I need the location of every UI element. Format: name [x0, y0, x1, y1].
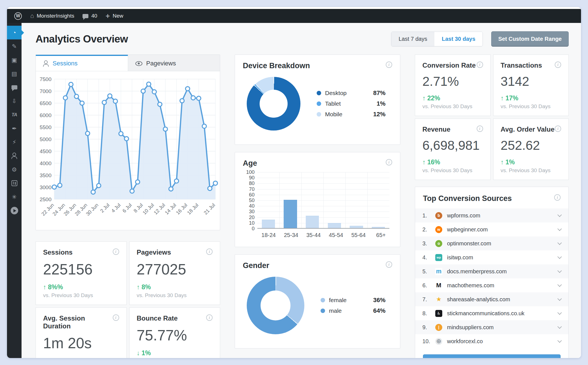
- stat-delta-value: 1%: [505, 158, 515, 166]
- age-column-35-44: [301, 172, 323, 228]
- source-row-machothemes.com[interactable]: 6.Mmachothemes.com: [415, 278, 568, 292]
- age-tick-label: 30: [249, 209, 255, 215]
- chevron-down-icon[interactable]: [558, 212, 562, 217]
- page-header: Analytics Overview Last 7 daysLast 30 da…: [36, 31, 569, 47]
- source-row-wpforms.com[interactable]: 1.bwpforms.com: [415, 208, 568, 222]
- stat-delta: ↑22%: [422, 94, 483, 102]
- wordpress-logo-icon[interactable]: W: [14, 12, 22, 20]
- source-row-docs.memberpress.com[interactable]: 5.mdocs.memberpress.com: [415, 264, 568, 278]
- chevron-down-icon[interactable]: [558, 324, 562, 329]
- sidebar-item-plugins[interactable]: ⚡: [7, 135, 22, 149]
- age-category-label: 65+: [370, 232, 392, 238]
- svg-text:3500: 3500: [40, 172, 51, 178]
- sidebar-item-dashboard[interactable]: ◔: [7, 26, 22, 39]
- source-row-wpbeginner.com[interactable]: 2.wwpbeginner.com: [415, 222, 568, 236]
- age-column-65+: [367, 172, 389, 228]
- source-row-optinmonster.com[interactable]: 3.ooptinmonster.com: [415, 236, 568, 250]
- source-row-isitwp.com[interactable]: 4.wpisitwp.com: [415, 250, 568, 264]
- svg-text:14 Jul: 14 Jul: [164, 202, 177, 216]
- chevron-down-icon[interactable]: [558, 226, 562, 231]
- chevron-down-icon[interactable]: [558, 310, 562, 315]
- stat-delta: ↑17%: [501, 94, 561, 102]
- new-content-menu[interactable]: + New: [106, 12, 123, 20]
- svg-text:7000: 7000: [40, 88, 51, 94]
- tab-sessions[interactable]: Sessions: [36, 55, 128, 71]
- site-menu[interactable]: ⌂ MonsterInsights: [30, 13, 74, 19]
- svg-text:10 Jul: 10 Jul: [142, 202, 155, 216]
- sidebar-item-media[interactable]: ▣: [7, 53, 22, 67]
- tab-pageviews[interactable]: Pageviews: [128, 55, 220, 71]
- stat-card-top: Revenuei: [422, 125, 483, 133]
- view-top-conversions-report-button[interactable]: View Top Conversions Sources Report: [423, 354, 561, 358]
- stat-delta: ↑1%: [501, 158, 561, 166]
- age-bar-chart: [257, 172, 389, 229]
- gender-panel: Gender i female36%male64%: [235, 254, 400, 349]
- sidebar-item-tools[interactable]: ⚙: [7, 163, 22, 176]
- range-button-last-30-days[interactable]: Last 30 days: [434, 32, 483, 46]
- info-icon[interactable]: i: [386, 61, 392, 68]
- info-icon[interactable]: i: [386, 261, 392, 268]
- sidebar-item-monster-plugin[interactable]: ✳: [7, 190, 22, 204]
- chevron-down-icon[interactable]: [558, 254, 562, 259]
- info-icon[interactable]: i: [386, 159, 392, 165]
- sidebar-item-video-play[interactable]: [7, 204, 22, 217]
- svg-text:4000: 4000: [40, 160, 51, 166]
- info-icon[interactable]: i: [206, 248, 213, 255]
- source-row-mindsuppliers.com[interactable]: 9.|mindsuppliers.com: [415, 320, 568, 334]
- info-icon[interactable]: i: [477, 125, 483, 132]
- stat-card-pageviews: Pageviewsi277025↑8%vs. Previous 30 Days: [129, 241, 220, 305]
- svg-text:2 Jul: 2 Jul: [99, 202, 110, 214]
- gender-donut: [247, 277, 304, 334]
- legend-label: Desktop: [325, 90, 347, 96]
- age-bar-55-64: [350, 226, 363, 228]
- arrow-up-icon: ↑: [501, 158, 504, 166]
- monster-plugin-icon: ✳: [12, 194, 17, 200]
- sidebar-item-downloads[interactable]: ⇩: [7, 94, 22, 108]
- chevron-down-icon[interactable]: [558, 296, 562, 301]
- arrow-up-icon: ↑: [43, 357, 46, 358]
- info-icon[interactable]: i: [206, 314, 213, 321]
- source-row-workforcexl.co[interactable]: 10.⊕workforcexl.co: [415, 334, 568, 348]
- chevron-down-icon[interactable]: [558, 268, 562, 273]
- age-column-18-24: [257, 172, 279, 228]
- sidebar-item-appearance[interactable]: ✒: [7, 122, 22, 135]
- info-icon[interactable]: i: [555, 125, 561, 132]
- stat-delta-value: 1%: [142, 349, 151, 357]
- stat-delta-value: 17%: [505, 94, 518, 102]
- stat-compare-label: vs. Previous 30 Days: [137, 292, 213, 298]
- legend-item-tablet: Tablet1%: [317, 100, 385, 107]
- plus-icon: +: [106, 12, 110, 20]
- sidebar-item-comments[interactable]: [7, 80, 22, 94]
- set-custom-date-range-button[interactable]: Set Custom Date Range: [491, 31, 569, 47]
- info-icon[interactable]: i: [554, 194, 561, 201]
- sidebar-item-posts-pin[interactable]: ✎: [7, 39, 22, 53]
- sidebar-item-settings-sliders[interactable]: [7, 176, 22, 190]
- source-domain: isitwp.com: [447, 254, 473, 261]
- age-category-label: 45-54: [325, 232, 347, 238]
- source-rank: 10.: [422, 338, 435, 345]
- info-icon[interactable]: i: [555, 61, 561, 68]
- chevron-down-icon[interactable]: [558, 240, 562, 245]
- thirstyaffiliates-icon: TA: [11, 112, 17, 118]
- sidebar-item-users[interactable]: [7, 149, 22, 163]
- stat-value: 225156: [43, 261, 119, 278]
- stat-card-sessions: Sessionsi225156↑8%%vs. Previous 30 Days: [36, 241, 127, 305]
- sidebar-item-pages[interactable]: ▤: [7, 67, 22, 80]
- chevron-down-icon[interactable]: [558, 338, 562, 343]
- sidebar-item-thirstyaffiliates[interactable]: TA: [7, 108, 22, 122]
- source-domain: docs.memberpress.com: [447, 268, 507, 275]
- age-tick-label: 0: [252, 226, 255, 232]
- source-row-stickmancommunications.co.uk[interactable]: 8.♿stickmancommunications.co.uk: [415, 306, 568, 320]
- info-icon[interactable]: i: [477, 61, 483, 68]
- traffic-stats-grid: Sessionsi225156↑8%%vs. Previous 30 DaysP…: [36, 241, 220, 358]
- svg-text:6000: 6000: [40, 112, 51, 118]
- main-content: Analytics Overview Last 7 daysLast 30 da…: [22, 23, 581, 358]
- comments-menu[interactable]: 40: [83, 13, 97, 19]
- chart-tabs: SessionsPageviews: [36, 55, 220, 71]
- info-icon[interactable]: i: [113, 314, 119, 321]
- range-button-last-7-days[interactable]: Last 7 days: [391, 32, 434, 46]
- source-row-shareasale-analytics.com[interactable]: 7.★shareasale-analytics.com: [415, 292, 568, 306]
- info-icon[interactable]: i: [113, 248, 119, 255]
- age-bar-65+: [372, 227, 385, 228]
- chevron-down-icon[interactable]: [558, 282, 562, 287]
